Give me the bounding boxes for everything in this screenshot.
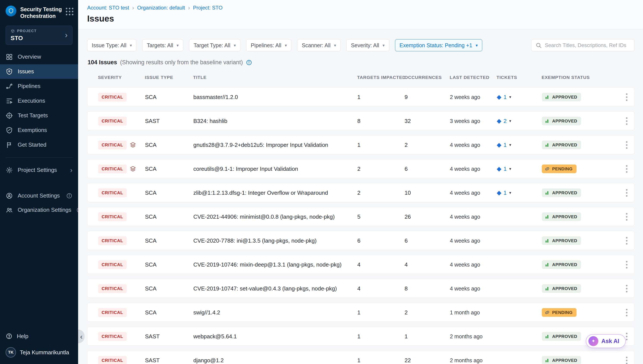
table-header: SEVERITYISSUE TYPETITLETARGETS IMPACTEDO… xyxy=(87,75,634,87)
row-menu-button[interactable] xyxy=(620,183,633,202)
organization-settings-label: Organization Settings xyxy=(18,206,72,213)
row-menu-button[interactable] xyxy=(620,351,633,364)
issue-title[interactable]: B324: hashlib xyxy=(193,118,357,124)
layers-icon xyxy=(130,166,136,172)
filter-exemption-status[interactable]: Exemption Status: Pending +1▾ xyxy=(395,39,482,51)
issue-title[interactable]: CVE-2020-7788: ini@1.3.5 (lang-pkgs, nod… xyxy=(193,238,357,244)
row-menu-button[interactable] xyxy=(620,88,633,106)
targets-impacted: 2 xyxy=(357,190,405,196)
issue-title[interactable]: django@1.2 xyxy=(193,357,357,364)
project-selector[interactable]: PROJECT STO › xyxy=(6,26,73,45)
col-tickets: TICKETS xyxy=(496,75,542,80)
filter-target-type[interactable]: Target Type: All▾ xyxy=(189,39,240,51)
table-row[interactable]: CRITICAL SCA bassmaster//1.2.0 1 9 2 wee… xyxy=(87,87,634,106)
chevron-right-icon: › xyxy=(70,166,73,174)
project-settings-label: Project Settings xyxy=(18,167,57,173)
issue-type: SAST xyxy=(145,118,193,124)
exemption-status-badge: APPROVED xyxy=(542,188,581,197)
table-row[interactable]: CRITICAL SCA CVE-2020-7788: ini@1.3.5 (l… xyxy=(87,231,634,250)
info-icon[interactable] xyxy=(246,59,252,66)
ticket-link[interactable]: ◆ 1 ▾ xyxy=(497,142,542,148)
ticket-link[interactable]: ◆ 1 ▾ xyxy=(497,190,542,196)
search-input[interactable] xyxy=(545,42,630,48)
user-menu[interactable]: TK Teja Kummarikuntla xyxy=(6,347,73,358)
filter-issue-type[interactable]: Issue Type: All▾ xyxy=(87,39,136,51)
table-row[interactable]: CRITICAL SCA CVE-2021-44906: minimist@0.… xyxy=(87,207,634,226)
executions-icon xyxy=(6,97,13,104)
table-row[interactable]: CRITICAL SCA coreutils@9.1-1: Improper I… xyxy=(87,159,634,178)
issue-title[interactable]: swig//1.4.2 xyxy=(193,309,357,316)
sidebar-item-executions[interactable]: Executions xyxy=(0,94,78,108)
table-row[interactable]: CRITICAL SAST django@1.2 1 22 2 months a… xyxy=(87,351,634,364)
occurrences: 2 xyxy=(405,142,450,148)
filter-severity[interactable]: Severity: All▾ xyxy=(346,39,389,51)
apps-grid-icon[interactable] xyxy=(66,8,73,15)
filter-targets[interactable]: Targets: All▾ xyxy=(142,39,183,51)
table-row[interactable]: CRITICAL SAST B324: hashlib 8 32 3 weeks… xyxy=(87,111,634,130)
ticket-link[interactable]: ◆ 2 ▾ xyxy=(497,118,542,124)
breadcrumb-link[interactable]: Project: STO xyxy=(193,5,222,11)
sidebar-header: Security Testing Orchestration xyxy=(0,0,78,23)
ticket-link[interactable]: ◆ 1 ▾ xyxy=(497,94,542,100)
row-menu-button[interactable] xyxy=(620,112,633,130)
col-occurrences: OCCURRENCES xyxy=(404,75,450,80)
sidebar-item-exemptions[interactable]: Exemptions xyxy=(0,123,78,138)
results-summary: 104 Issues (Showing results only from th… xyxy=(88,59,634,66)
row-menu-button[interactable] xyxy=(620,159,633,178)
issue-title[interactable]: CVE-2019-10746: mixin-deep@1.3.1 (lang-p… xyxy=(193,261,357,268)
sidebar-item-account-settings[interactable]: Account Settings xyxy=(0,189,78,203)
search-icon xyxy=(535,42,542,48)
sidebar-item-get-started[interactable]: Get Started xyxy=(0,138,78,152)
breadcrumb-link[interactable]: Account: STO test xyxy=(87,5,129,11)
table-row[interactable]: CRITICAL SCA swig//1.4.2 1 2 1 month ago… xyxy=(87,303,634,322)
filter-scanner[interactable]: Scanner: All▾ xyxy=(297,39,340,51)
chevron-down-icon: ▾ xyxy=(130,43,132,48)
row-menu-button[interactable] xyxy=(620,231,633,250)
occurrences: 4 xyxy=(405,261,450,268)
sidebar-item-overview[interactable]: Overview xyxy=(0,50,78,64)
occurrences: 8 xyxy=(405,285,450,292)
ask-ai-button[interactable]: ✦ Ask AI xyxy=(586,334,626,348)
table-row[interactable]: CRITICAL SCA CVE-2019-10747: set-value@0… xyxy=(87,279,634,298)
pending-icon xyxy=(544,310,550,315)
row-menu-button[interactable] xyxy=(620,255,633,274)
table-row[interactable]: CRITICAL SAST webpack@5.64.1 1 1 2 month… xyxy=(87,327,634,346)
sidebar-item-test-targets[interactable]: Test Targets xyxy=(0,108,78,123)
issue-title[interactable]: CVE-2021-44906: minimist@0.0.8 (lang-pkg… xyxy=(193,214,357,220)
issue-title[interactable]: zlib@1:1.2.13.dfsg-1: Integer Overflow o… xyxy=(193,190,357,196)
issue-title[interactable]: CVE-2019-10747: set-value@0.4.3 (lang-pk… xyxy=(193,285,357,292)
last-detected: 4 weeks ago xyxy=(450,142,497,148)
sidebar-item-organization-settings[interactable]: Organization Settings xyxy=(0,203,78,217)
breadcrumb-link[interactable]: Organization: default xyxy=(137,5,185,11)
row-menu-button[interactable] xyxy=(620,303,633,322)
app-title: Security Testing Orchestration xyxy=(20,6,62,20)
issue-title[interactable]: gnutls28@3.7.9-2+deb12u5: Improper Input… xyxy=(193,142,357,148)
row-menu-button[interactable] xyxy=(620,279,633,298)
sidebar-item-pipelines[interactable]: Pipelines xyxy=(0,79,78,94)
help-button[interactable]: Help xyxy=(6,330,73,343)
ticket-count: 1 xyxy=(504,190,507,196)
chevron-down-icon: ▾ xyxy=(334,43,336,48)
issue-title[interactable]: webpack@5.64.1 xyxy=(193,333,357,340)
ticket-link[interactable]: ◆ 1 ▾ xyxy=(497,166,542,172)
info-icon[interactable] xyxy=(66,192,73,199)
sidebar-item-issues[interactable]: Issues xyxy=(0,64,78,79)
table-row[interactable]: CRITICAL SCA gnutls28@3.7.9-2+deb12u5: I… xyxy=(87,135,634,154)
row-menu-button[interactable] xyxy=(620,136,633,154)
issue-title[interactable]: coreutils@9.1-1: Improper Input Validati… xyxy=(193,166,357,172)
row-menu-button[interactable] xyxy=(620,207,633,226)
chevron-down-icon: ▾ xyxy=(509,118,511,123)
issue-title[interactable]: bassmaster//1.2.0 xyxy=(193,94,357,100)
severity-badge: CRITICAL xyxy=(98,260,127,269)
severity-badge: CRITICAL xyxy=(98,93,127,102)
filter-pipelines[interactable]: Pipelines: All▾ xyxy=(246,39,291,51)
breadcrumb-separator-icon: › xyxy=(188,5,190,11)
help-icon xyxy=(6,333,13,340)
targets-impacted: 5 xyxy=(357,214,405,220)
account-icon xyxy=(6,192,13,200)
overview-icon xyxy=(6,53,13,60)
sidebar-item-project-settings[interactable]: Project Settings › xyxy=(0,163,78,178)
exemption-status-badge: PENDING xyxy=(542,308,576,317)
table-row[interactable]: CRITICAL SCA CVE-2019-10746: mixin-deep@… xyxy=(87,255,634,274)
table-row[interactable]: CRITICAL SCA zlib@1:1.2.13.dfsg-1: Integ… xyxy=(87,183,634,202)
